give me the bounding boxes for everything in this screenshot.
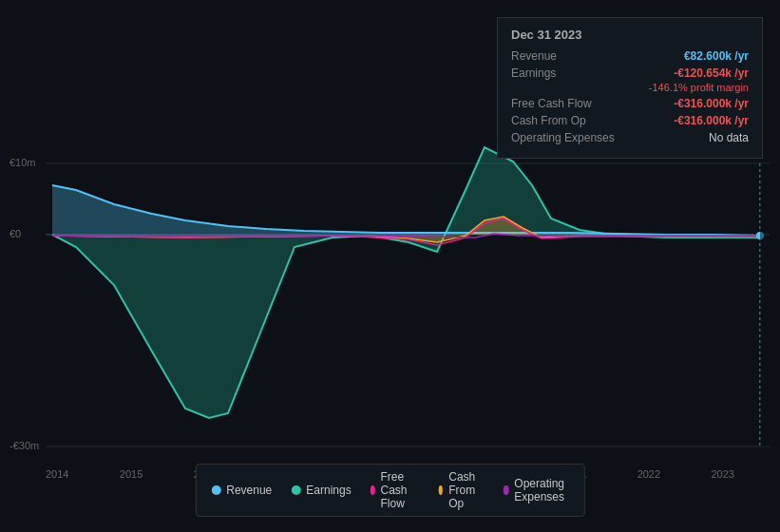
x-label-2023: 2023 — [711, 468, 733, 480]
tooltip-margin: -146.1% profit margin — [511, 82, 749, 93]
legend-cfo: Cash From Op — [438, 470, 485, 510]
legend-fcf-dot — [371, 485, 375, 495]
legend-fcf-label: Free Cash Flow — [381, 470, 420, 510]
y-label-10m: €10m — [10, 157, 36, 168]
tooltip-fcf-value: -€316.000k /yr — [674, 97, 749, 110]
legend-earnings-label: Earnings — [306, 484, 351, 497]
tooltip-date: Dec 31 2023 — [511, 28, 749, 42]
legend-revenue-label: Revenue — [226, 484, 272, 497]
chart-legend: Revenue Earnings Free Cash Flow Cash Fro… — [195, 464, 585, 517]
tooltip-fcf-row: Free Cash Flow -€316.000k /yr — [511, 97, 749, 110]
tooltip-opex-value: No data — [709, 131, 749, 144]
legend-cfo-label: Cash From Op — [448, 470, 485, 510]
tooltip-earnings-label: Earnings — [511, 66, 556, 80]
tooltip-cfo-row: Cash From Op -€316.000k /yr — [511, 114, 749, 127]
x-label-2015: 2015 — [120, 468, 143, 480]
legend-earnings: Earnings — [291, 484, 351, 497]
tooltip-fcf-label: Free Cash Flow — [511, 97, 592, 110]
tooltip-opex-label: Operating Expenses — [511, 131, 615, 144]
tooltip-opex-row: Operating Expenses No data — [511, 131, 749, 144]
y-label-0: €0 — [10, 228, 21, 239]
svg-rect-7 — [760, 163, 780, 446]
tooltip-cfo-value: -€316.000k /yr — [674, 114, 749, 127]
tooltip-revenue-label: Revenue — [511, 49, 557, 63]
legend-opex-label: Operating Expenses — [514, 477, 568, 504]
tooltip-earnings-value: -€120.654k /yr — [674, 66, 749, 80]
legend-cfo-dot — [438, 485, 443, 495]
legend-revenue: Revenue — [211, 484, 272, 497]
tooltip-cfo-label: Cash From Op — [511, 114, 586, 127]
y-label-neg30m: -€30m — [10, 440, 39, 451]
tooltip-revenue-row: Revenue €82.600k /yr — [511, 49, 749, 63]
x-label-2022: 2022 — [637, 468, 660, 480]
tooltip-panel: Dec 31 2023 Revenue €82.600k /yr Earning… — [497, 17, 763, 159]
legend-fcf: Free Cash Flow — [371, 470, 420, 510]
legend-revenue-dot — [211, 485, 220, 495]
x-label-2014: 2014 — [46, 468, 68, 480]
tooltip-earnings-row: Earnings -€120.654k /yr — [511, 66, 749, 80]
legend-opex: Operating Expenses — [504, 477, 569, 504]
legend-earnings-dot — [291, 485, 300, 495]
legend-opex-dot — [504, 485, 508, 495]
tooltip-revenue-value: €82.600k /yr — [684, 49, 749, 63]
